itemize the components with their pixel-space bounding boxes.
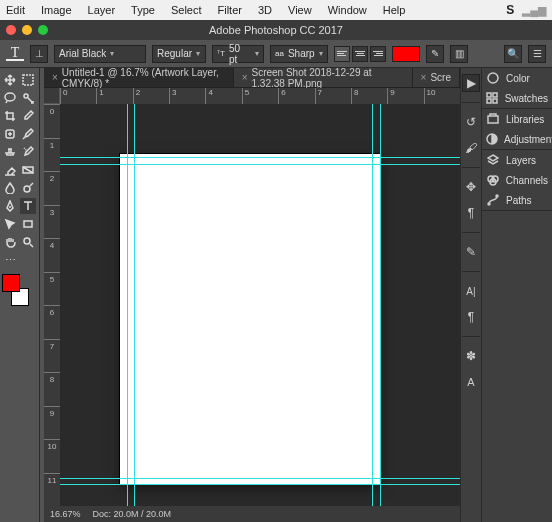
ruler-tick: 0 (44, 104, 60, 138)
close-tab-icon[interactable]: × (242, 72, 248, 83)
document-tab[interactable]: × Untitled-1 @ 16.7% (Artwork Layer, CMY… (44, 68, 234, 87)
font-size-select[interactable]: ᵀT 50 pt ▾ (212, 45, 264, 63)
healing-brush-tool[interactable] (2, 126, 18, 142)
brush-tool[interactable] (20, 126, 36, 142)
play-icon[interactable]: ▶ (462, 74, 480, 92)
workspace-switcher[interactable]: ☰ (528, 45, 546, 63)
warp-text-button[interactable]: ✎ (426, 45, 444, 63)
svg-point-6 (24, 238, 30, 244)
ruler-tick: 1 (96, 88, 132, 104)
zoom-level[interactable]: 16.67% (50, 509, 81, 519)
ruler-tick: 3 (44, 205, 60, 239)
text-orientation-toggle[interactable]: ⊥ (30, 45, 48, 63)
rectangle-shape-tool[interactable] (20, 216, 36, 232)
eyedropper-tool[interactable] (20, 108, 36, 124)
close-tab-icon[interactable]: × (421, 72, 427, 83)
canvas-viewport[interactable] (60, 104, 460, 506)
horizontal-ruler[interactable]: 012345678910 (60, 88, 460, 104)
wifi-icon[interactable]: ▂▄▆ (522, 4, 546, 17)
path-select-tool[interactable] (2, 216, 18, 232)
horizontal-guide[interactable] (60, 157, 460, 158)
eraser-tool[interactable] (2, 162, 18, 178)
menu-filter[interactable]: Filter (218, 4, 242, 16)
adjustments-panel-tab[interactable]: Adjustment... (482, 129, 552, 149)
foreground-color-swatch[interactable] (2, 274, 20, 292)
paragraph-styles-icon[interactable]: ¶ (462, 204, 480, 222)
menu-select[interactable]: Select (171, 4, 202, 16)
document-tab[interactable]: × Scre (413, 68, 460, 87)
vertical-ruler[interactable]: 01234567891011 (44, 104, 60, 506)
menu-3d[interactable]: 3D (258, 4, 272, 16)
align-center-button[interactable] (352, 46, 368, 62)
ruler-tick: 3 (169, 88, 205, 104)
libraries-panel-tab[interactable]: Libraries (482, 109, 552, 129)
type-tool[interactable] (20, 198, 36, 214)
channels-panel-tab[interactable]: Channels (482, 170, 552, 190)
move-tool[interactable] (2, 72, 18, 88)
font-style-select[interactable]: Regular ▾ (152, 45, 206, 63)
menu-help[interactable]: Help (383, 4, 406, 16)
horizontal-guide[interactable] (60, 478, 460, 479)
paths-panel-tab[interactable]: Paths (482, 190, 552, 210)
glyphs-icon[interactable]: ✽ (462, 347, 480, 365)
toggle-panels-button[interactable]: ▥ (450, 45, 468, 63)
ruler-tick: 4 (205, 88, 241, 104)
skype-icon[interactable]: S (506, 3, 514, 17)
fg-bg-color[interactable] (2, 274, 37, 306)
text-color-swatch[interactable] (392, 46, 420, 62)
svg-rect-5 (24, 221, 32, 227)
swatches-panel-tab[interactable]: Swatches (482, 88, 552, 108)
ruler-tick: 9 (387, 88, 423, 104)
ruler-tick: 10 (424, 88, 460, 104)
ruler-origin[interactable] (44, 88, 60, 104)
ruler-tick: 7 (315, 88, 351, 104)
chevron-down-icon: ▾ (319, 49, 323, 58)
gradient-tool[interactable] (20, 162, 36, 178)
align-left-button[interactable] (334, 46, 350, 62)
character-styles-icon[interactable]: A (462, 373, 480, 391)
libraries-icon (486, 112, 500, 126)
search-button[interactable]: 🔍 (504, 45, 522, 63)
svg-rect-9 (493, 93, 497, 97)
horizontal-guide[interactable] (60, 164, 460, 165)
close-tab-icon[interactable]: × (52, 72, 58, 83)
align-right-button[interactable] (370, 46, 386, 62)
menu-layer[interactable]: Layer (88, 4, 116, 16)
history-brush-tool[interactable] (20, 144, 36, 160)
document-canvas[interactable] (120, 154, 380, 484)
character-icon[interactable]: A| (462, 282, 480, 300)
menu-window[interactable]: Window (328, 4, 367, 16)
document-tab[interactable]: × Screen Shot 2018-12-29 at 1.32.38 PM.p… (234, 68, 413, 87)
horizontal-guide[interactable] (60, 484, 460, 485)
status-bar: 16.67% Doc: 20.0M / 20.0M (44, 506, 460, 522)
menu-edit[interactable]: Edit (6, 4, 25, 16)
hand-tool[interactable] (2, 234, 18, 250)
blur-tool[interactable] (2, 180, 18, 196)
clone-stamp-tool[interactable] (2, 144, 18, 160)
pen-tool[interactable] (2, 198, 18, 214)
size-icon: ᵀT (217, 49, 225, 58)
layers-panel-tab[interactable]: Layers (482, 150, 552, 170)
brush-preset-icon[interactable]: 🖌 (462, 139, 480, 157)
quick-select-tool[interactable] (20, 90, 36, 106)
color-panel-tab[interactable]: Color (482, 68, 552, 88)
ruler-tick: 6 (278, 88, 314, 104)
menu-image[interactable]: Image (41, 4, 72, 16)
crop-tool[interactable] (2, 108, 18, 124)
font-family-select[interactable]: Arial Black ▾ (54, 45, 146, 63)
svg-rect-0 (23, 75, 33, 85)
document-info[interactable]: Doc: 20.0M / 20.0M (93, 509, 172, 519)
menu-type[interactable]: Type (131, 4, 155, 16)
rect-marquee-tool[interactable] (20, 72, 36, 88)
brush-settings-icon[interactable]: ✎ (462, 243, 480, 261)
lasso-tool[interactable] (2, 90, 18, 106)
antialias-select[interactable]: aa Sharp ▾ (270, 45, 328, 63)
clone-source-icon[interactable]: ✥ (462, 178, 480, 196)
history-icon[interactable]: ↺ (462, 113, 480, 131)
antialias-value: Sharp (288, 48, 315, 59)
paragraph-icon[interactable]: ¶ (462, 308, 480, 326)
edit-toolbar-button[interactable]: ⋯ (2, 252, 18, 268)
dodge-tool[interactable] (20, 180, 36, 196)
zoom-tool[interactable] (20, 234, 36, 250)
menu-view[interactable]: View (288, 4, 312, 16)
